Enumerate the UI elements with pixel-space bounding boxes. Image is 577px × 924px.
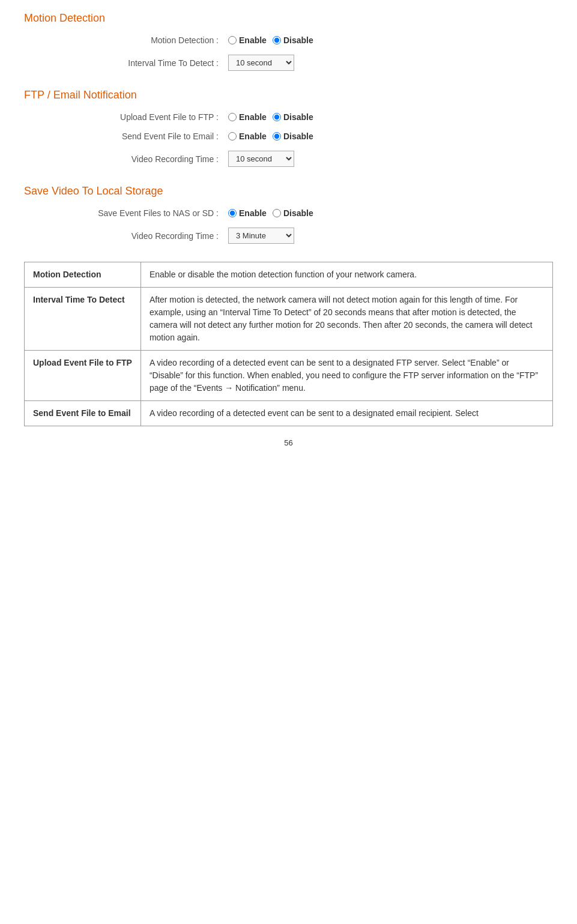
motion-detection-title: Motion Detection — [24, 12, 553, 25]
table-row-send-email: Send Event File to Email A video recordi… — [25, 401, 553, 426]
interval-time-row: Interval Time To Detect : 5 second 10 se… — [24, 55, 553, 71]
info-table: Motion Detection Enable or disable the m… — [24, 262, 553, 426]
motion-detection-radio-group: Enable Disable — [228, 35, 313, 45]
ftp-video-recording-control: 5 second 10 second 20 second 30 second — [228, 151, 294, 167]
table-row-motion-detection: Motion Detection Enable or disable the m… — [25, 262, 553, 288]
send-email-row: Send Event File to Email : Enable Disabl… — [24, 131, 553, 141]
send-email-enable-label: Enable — [239, 131, 267, 141]
motion-detection-row: Motion Detection : Enable Disable — [24, 35, 553, 45]
motion-detection-label: Motion Detection : — [60, 35, 228, 45]
motion-detection-section: Motion Detection Motion Detection : Enab… — [24, 12, 553, 71]
upload-ftp-disable-radio[interactable]: Disable — [273, 112, 313, 122]
upload-ftp-disable-label: Disable — [283, 112, 313, 122]
table-term-motion-detection: Motion Detection — [25, 262, 141, 288]
motion-enable-label: Enable — [239, 35, 267, 45]
motion-enable-radio[interactable]: Enable — [228, 35, 267, 45]
table-term-send-email: Send Event File to Email — [25, 401, 141, 426]
local-video-recording-label: Video Recording Time : — [60, 231, 228, 241]
ftp-email-section: FTP / Email Notification Upload Event Fi… — [24, 89, 553, 167]
upload-ftp-enable-radio[interactable]: Enable — [228, 112, 267, 122]
send-email-disable-input[interactable] — [273, 132, 281, 140]
table-row-upload-ftp: Upload Event File to FTP A video recordi… — [25, 351, 553, 401]
upload-ftp-row: Upload Event File to FTP : Enable Disabl… — [24, 112, 553, 122]
upload-ftp-radio-group: Enable Disable — [228, 112, 313, 122]
save-nas-row: Save Event Files to NAS or SD : Enable D… — [24, 208, 553, 218]
save-nas-disable-label: Disable — [283, 208, 313, 218]
page-number: 56 — [24, 438, 553, 447]
send-email-enable-input[interactable] — [228, 132, 237, 140]
local-storage-title: Save Video To Local Storage — [24, 185, 553, 198]
save-nas-enable-radio[interactable]: Enable — [228, 208, 267, 218]
table-desc-motion-detection: Enable or disable the motion detection f… — [140, 262, 552, 288]
local-video-recording-select[interactable]: 1 Minute 3 Minute 5 Minute 10 Minute — [228, 228, 294, 244]
local-video-recording-control: 1 Minute 3 Minute 5 Minute 10 Minute — [228, 228, 294, 244]
table-desc-interval-time: After motion is detected, the network ca… — [140, 288, 552, 351]
interval-time-control: 5 second 10 second 20 second 30 second — [228, 55, 294, 71]
save-nas-enable-input[interactable] — [228, 209, 237, 217]
send-email-enable-radio[interactable]: Enable — [228, 131, 267, 141]
send-email-disable-radio[interactable]: Disable — [273, 131, 313, 141]
local-storage-section: Save Video To Local Storage Save Event F… — [24, 185, 553, 244]
ftp-email-title: FTP / Email Notification — [24, 89, 553, 101]
upload-ftp-disable-input[interactable] — [273, 113, 281, 121]
save-nas-enable-label: Enable — [239, 208, 267, 218]
save-nas-disable-input[interactable] — [273, 209, 281, 217]
interval-time-select[interactable]: 5 second 10 second 20 second 30 second — [228, 55, 294, 71]
table-desc-send-email: A video recording of a detected event ca… — [140, 401, 552, 426]
send-email-radio-group: Enable Disable — [228, 131, 313, 141]
ftp-video-recording-select[interactable]: 5 second 10 second 20 second 30 second — [228, 151, 294, 167]
ftp-video-recording-row: Video Recording Time : 5 second 10 secon… — [24, 151, 553, 167]
save-nas-disable-radio[interactable]: Disable — [273, 208, 313, 218]
local-video-recording-row: Video Recording Time : 1 Minute 3 Minute… — [24, 228, 553, 244]
motion-disable-radio[interactable]: Disable — [273, 35, 313, 45]
ftp-video-recording-label: Video Recording Time : — [60, 154, 228, 164]
upload-ftp-enable-label: Enable — [239, 112, 267, 122]
motion-enable-input[interactable] — [228, 36, 237, 44]
send-email-label: Send Event File to Email : — [60, 131, 228, 141]
table-desc-upload-ftp: A video recording of a detected event ca… — [140, 351, 552, 401]
table-term-upload-ftp: Upload Event File to FTP — [25, 351, 141, 401]
send-email-disable-label: Disable — [283, 131, 313, 141]
save-nas-label: Save Event Files to NAS or SD : — [60, 208, 228, 218]
motion-disable-label: Disable — [283, 35, 313, 45]
page-container: Motion Detection Motion Detection : Enab… — [0, 0, 577, 459]
upload-ftp-label: Upload Event File to FTP : — [60, 112, 228, 122]
upload-ftp-enable-input[interactable] — [228, 113, 237, 121]
table-term-interval-time: Interval Time To Detect — [25, 288, 141, 351]
save-nas-radio-group: Enable Disable — [228, 208, 313, 218]
interval-time-label: Interval Time To Detect : — [60, 58, 228, 68]
motion-disable-input[interactable] — [273, 36, 281, 44]
table-row-interval-time: Interval Time To Detect After motion is … — [25, 288, 553, 351]
